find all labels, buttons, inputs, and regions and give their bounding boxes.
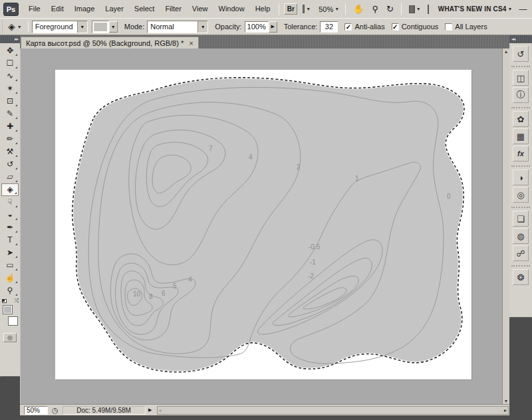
menu-file[interactable]: File — [23, 0, 46, 18]
checkbox-box[interactable] — [445, 23, 452, 31]
styles-icon[interactable]: fx — [513, 146, 529, 161]
brush-tool[interactable]: ✏ — [1, 133, 19, 146]
menu-bar: Ps FileEditImageLayerSelectFilterViewWin… — [0, 0, 532, 18]
pattern-picker-arrow[interactable]: ▼ — [109, 21, 118, 33]
swatches-icon[interactable]: ▦ — [513, 128, 529, 144]
canvas-viewport[interactable]: 74210-0.5-1-2456810 ▲ ▼ — [20, 49, 509, 404]
checkbox-box[interactable]: ✓ — [344, 23, 352, 31]
hand-tool[interactable]: ☝ — [1, 272, 19, 284]
clone-stamp-tool[interactable]: ⚒ — [1, 146, 19, 158]
adjustments-icon[interactable]: ◑ — [513, 169, 529, 185]
pen-tool[interactable]: ✒ — [1, 221, 19, 234]
mode-select[interactable]: Normal▼ — [147, 21, 208, 33]
rotate-view-icon[interactable]: ↻ — [386, 0, 394, 18]
vertical-scrollbar[interactable]: ▲ ▼ — [502, 49, 509, 404]
chevron-down-icon[interactable]: ▼ — [17, 25, 22, 29]
contour-label--1: -1 — [310, 259, 316, 266]
document-tab[interactable]: Карта высот.psd @ 50% (Background, RGB/8… — [21, 37, 199, 49]
type-tool[interactable]: T — [1, 234, 19, 247]
horizontal-scrollbar[interactable]: ◂ ▸ — [157, 406, 509, 415]
menu-filter[interactable]: Filter — [160, 0, 186, 18]
close-icon[interactable]: × — [189, 39, 193, 47]
hand-icon[interactable]: ✋ — [353, 0, 364, 18]
gripper[interactable] — [1, 20, 4, 33]
chevron-down-icon[interactable]: ▼ — [334, 7, 339, 11]
screen-toggle-icon[interactable] — [428, 5, 429, 14]
zoom-level-control[interactable]: 50% — [319, 5, 333, 13]
opacity-slider-arrow[interactable]: ▶ — [269, 21, 277, 33]
swap-colors-icon[interactable]: ⤭ — [15, 298, 19, 304]
status-clock-icon[interactable]: ◷ — [52, 406, 59, 415]
canvas-page[interactable]: 74210-0.5-1-2456810 — [55, 70, 471, 379]
paint-bucket-tool[interactable]: ◈ — [1, 183, 19, 196]
launch-bridge-button[interactable]: Br — [284, 3, 297, 15]
panels-collapse-button[interactable]: ◂◂ — [509, 35, 532, 43]
hand-tool-icon: ☝ — [5, 273, 15, 282]
menu-select[interactable]: Select — [129, 0, 160, 18]
checkbox-contiguous[interactable]: ✓Contiguous — [392, 23, 439, 31]
magic-wand-tool[interactable]: ✶ — [1, 82, 19, 95]
color-icon[interactable]: ✿ — [513, 111, 529, 127]
chevron-down-icon[interactable]: ▼ — [416, 7, 421, 11]
checkbox-box[interactable]: ✓ — [392, 23, 399, 31]
opacity-field[interactable]: 100% — [245, 21, 269, 33]
menu-layer[interactable]: Layer — [100, 0, 129, 18]
path-selection-tool[interactable]: ➤ — [1, 247, 19, 259]
eyedropper-tool[interactable]: ✎ — [1, 108, 19, 120]
checkbox-anti-alias[interactable]: ✓Anti-alias — [344, 23, 384, 31]
masks-icon[interactable]: ◎ — [513, 187, 529, 203]
paths-icon[interactable]: ☍ — [513, 245, 529, 261]
menu-image[interactable]: Image — [69, 0, 100, 18]
opacity-label: Opacity: — [215, 23, 241, 31]
checkbox-label: All Layers — [455, 23, 487, 31]
option-checkboxes: ✓Anti-alias✓ContiguousAll Layers — [338, 23, 487, 31]
arrange-documents-icon[interactable] — [409, 5, 415, 13]
zoom-tool[interactable]: ⚲ — [1, 284, 19, 297]
contour-label-8: 8 — [149, 293, 153, 300]
quick-mask-button[interactable]: ◎ — [3, 333, 17, 342]
scroll-down-icon[interactable]: ▼ — [503, 399, 509, 403]
minimize-button[interactable]: — — [519, 5, 527, 14]
screen-mode-icon[interactable] — [303, 5, 305, 13]
navigator-icon[interactable]: ◫ — [513, 70, 529, 86]
menu-edit[interactable]: Edit — [46, 0, 69, 18]
channels-icon[interactable]: ◍ — [513, 228, 529, 244]
crop-tool[interactable]: ⊡ — [1, 95, 19, 108]
chevron-down-icon[interactable]: ▼ — [306, 7, 311, 11]
menu-help[interactable]: Help — [250, 0, 276, 18]
background-color-swatch[interactable] — [8, 316, 18, 326]
brushes-icon[interactable]: ❂ — [513, 269, 529, 285]
healing-brush-tool[interactable]: ✚ — [1, 120, 19, 133]
magnifier-icon[interactable]: ⚲ — [372, 0, 378, 18]
marquee-tool[interactable]: ☐ — [1, 57, 19, 70]
checkbox-all-layers[interactable]: All Layers — [445, 23, 487, 31]
foreground-color-swatch[interactable] — [3, 305, 13, 314]
menu-view[interactable]: View — [187, 0, 213, 18]
smudge-tool[interactable]: ☟ — [1, 196, 19, 209]
scroll-right-icon[interactable]: ▸ — [504, 407, 507, 413]
chevron-down-icon[interactable]: ▼ — [508, 7, 513, 11]
menu-window[interactable]: Window — [213, 0, 250, 18]
tolerance-field[interactable]: 32 — [320, 21, 338, 33]
layers-icon[interactable]: ❏ — [513, 211, 529, 227]
status-zoom-field[interactable]: 50% — [24, 406, 48, 415]
scroll-left-icon[interactable]: ◂ — [159, 407, 162, 413]
fill-source-select[interactable]: Foreground▼ — [32, 21, 88, 33]
workspace-switcher[interactable]: WHAT'S NEW IN CS4 — [438, 5, 507, 13]
dodge-tool[interactable]: ◒ — [1, 209, 19, 221]
shape-tool[interactable]: ▭ — [1, 259, 19, 272]
move-tool[interactable]: ✥ — [1, 45, 19, 57]
pattern-swatch[interactable] — [92, 21, 109, 33]
chevron-down-icon[interactable]: ▼ — [198, 21, 207, 33]
default-colors-icon[interactable] — [2, 299, 7, 303]
lasso-tool[interactable]: ∿ — [1, 70, 19, 82]
chevron-down-icon[interactable]: ▼ — [77, 21, 87, 33]
scroll-up-icon[interactable]: ▲ — [503, 49, 509, 54]
paint-bucket-icon[interactable]: ◈ — [8, 21, 15, 32]
info-icon[interactable]: ⓘ — [513, 87, 529, 103]
tools-collapse-button[interactable]: ▸▸ — [0, 35, 20, 43]
status-menu-arrow[interactable]: ▶ — [146, 406, 154, 415]
eraser-tool[interactable]: ▱ — [1, 171, 19, 183]
history-icon[interactable]: ↺ — [513, 46, 529, 62]
history-brush-tool[interactable]: ↺ — [1, 158, 19, 171]
